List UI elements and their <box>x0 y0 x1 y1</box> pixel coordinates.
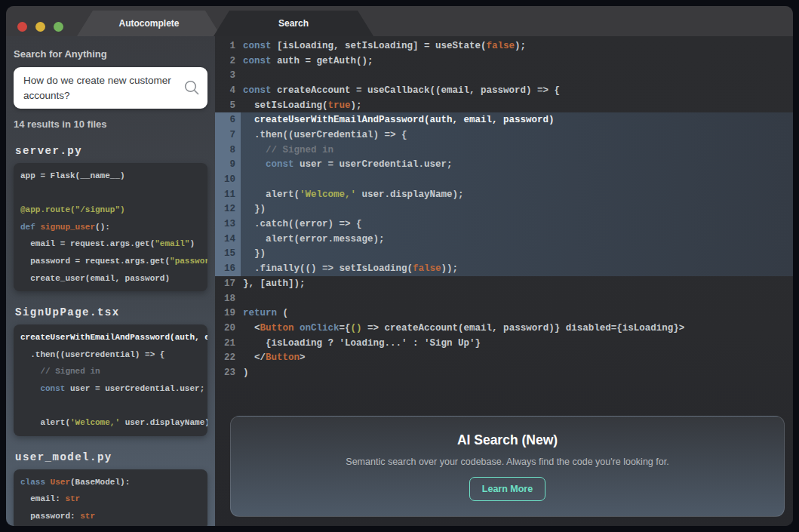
zoom-window-button[interactable] <box>54 22 63 32</box>
line-number: 8 <box>215 143 241 158</box>
code-text: const auth = getAuth(); <box>241 56 373 66</box>
code-line[interactable]: 16 .finally(() => setIsLoading(false)); <box>215 261 793 276</box>
code-line[interactable]: 12 }) <box>215 202 793 217</box>
minimize-window-button[interactable] <box>35 22 45 32</box>
code-token <box>20 384 40 393</box>
line-number: 2 <box>215 54 241 69</box>
code-token: 'Welcome,' <box>70 418 120 427</box>
code-token: ={ <box>340 323 351 334</box>
line-number: 21 <box>215 336 241 351</box>
code-token: .finally(() => setIsLoading( <box>243 263 413 274</box>
code-line[interactable]: 19return ( <box>215 306 793 321</box>
code-token: ); <box>351 100 362 111</box>
code-snippet-card[interactable]: app = Flask(__name__)@app.route("/signup… <box>14 163 207 291</box>
snippet-line: def signup_user(): <box>20 219 207 236</box>
code-token: // Signed in <box>20 367 100 376</box>
code-line[interactable]: 10 <box>215 172 793 187</box>
close-window-button[interactable] <box>17 22 27 32</box>
code-snippet-card[interactable]: class User(BaseModel): email: str passwo… <box>14 469 207 526</box>
line-number: 13 <box>215 217 241 232</box>
snippet-line: @app.route("/signup") <box>20 201 207 219</box>
code-text: <Button onClick={() => createAccount(ema… <box>241 323 684 334</box>
code-token: const <box>243 56 272 66</box>
code-token: createUserWithEmailAndPassword(auth, ema… <box>20 333 207 342</box>
code-text: }) <box>241 204 266 214</box>
code-line[interactable]: 3 <box>215 68 793 83</box>
snippet-line: email = request.args.get("email") <box>20 235 207 253</box>
tab-autocomplete-label: Autocomplete <box>118 18 179 29</box>
code-text: const user = userCredential.user; <box>241 159 453 170</box>
code-lines: 1const [isLoading, setIsLoading] = useSt… <box>215 36 793 380</box>
code-line[interactable]: 23) <box>215 365 793 380</box>
code-token: < <box>243 323 260 334</box>
code-text: // Signed in <box>241 145 333 155</box>
code-line[interactable]: 8 // Signed in <box>215 143 793 158</box>
code-token: }, [auth]); <box>243 278 306 289</box>
code-token: .catch((error) => { <box>243 219 362 229</box>
line-number: 22 <box>215 350 241 365</box>
code-line[interactable]: 4const createAccount = useCallback((emai… <box>215 83 793 98</box>
line-number: 17 <box>215 276 241 291</box>
code-line[interactable]: 11 alert('Welcome,' user.displayName); <box>215 187 793 202</box>
code-text: {isLoading ? 'Loading...' : 'Sign Up'} <box>241 338 481 349</box>
code-token: user = userCredential.user; <box>294 159 453 170</box>
snippet-line: password = request.args.get("password") <box>20 253 207 270</box>
code-token: alert( <box>243 189 300 200</box>
snippet-line: class User(BaseModel): <box>20 474 207 491</box>
code-text: }) <box>241 248 266 259</box>
code-token: )); <box>441 263 459 274</box>
line-number: 9 <box>215 158 241 173</box>
line-number: 14 <box>215 232 241 247</box>
code-line[interactable]: 6 createUserWithEmailAndPassword(auth, e… <box>215 112 793 128</box>
code-line[interactable]: 14 alert(error.message); <box>215 232 793 247</box>
code-token: Button <box>260 323 294 334</box>
learn-more-button[interactable]: Learn More <box>469 477 545 501</box>
code-token: const <box>243 41 272 51</box>
file-name[interactable]: user_model.py <box>15 451 207 463</box>
file-name[interactable]: SignUpPage.tsx <box>15 306 207 318</box>
code-line[interactable]: 1const [isLoading, setIsLoading] = useSt… <box>215 38 793 54</box>
code-line[interactable]: 13 .catch((error) => { <box>215 217 793 232</box>
code-token: [isLoading, setIsLoading] = useState( <box>272 41 487 51</box>
tab-autocomplete[interactable]: Autocomplete <box>77 11 221 36</box>
snippet-line: app = Flask(__name__) <box>20 168 207 185</box>
code-line[interactable]: 7 .then((userCredential) => { <box>215 128 793 143</box>
file-name[interactable]: server.py <box>15 145 207 157</box>
line-number: 7 <box>215 128 241 143</box>
code-text: return ( <box>241 308 288 318</box>
code-token: ( <box>277 308 288 318</box>
code-line[interactable]: 17}, [auth]); <box>215 276 793 291</box>
snippet-line: alert('Welcome,' user.displayName); <box>20 414 207 432</box>
code-token: User <box>51 478 70 487</box>
code-line[interactable]: 22 </Button> <box>215 350 793 365</box>
code-line[interactable]: 15 }) <box>215 247 793 262</box>
app-window: Autocomplete Search Search for Anything … <box>6 6 793 526</box>
line-number: 20 <box>215 321 241 336</box>
code-line[interactable]: 20 <Button onClick={() => createAccount(… <box>215 321 793 336</box>
search-input[interactable]: How do we create new customer accounts? <box>14 67 207 109</box>
code-line[interactable]: 5 setIsLoading(true); <box>215 98 793 113</box>
code-token: const <box>243 85 272 96</box>
code-line[interactable]: 21 {isLoading ? 'Loading...' : 'Sign Up'… <box>215 336 793 351</box>
code-token: class <box>20 478 51 487</box>
code-line[interactable]: 9 const user = userCredential.user; <box>215 158 793 173</box>
code-token: user.displayName); <box>120 418 207 427</box>
line-number: 1 <box>215 38 241 54</box>
tab-search[interactable]: Search <box>214 11 373 36</box>
code-token: > <box>300 352 306 363</box>
code-text: .then((userCredential) => { <box>241 130 407 140</box>
code-token: true <box>328 100 351 111</box>
tab-search-label: Search <box>278 18 309 29</box>
snippet-line: createUserWithEmailAndPassword(auth, ema… <box>20 329 207 346</box>
code-editor: 1const [isLoading, setIsLoading] = useSt… <box>215 36 793 526</box>
code-token: const <box>266 159 294 170</box>
code-line[interactable]: 2const auth = getAuth(); <box>215 54 793 69</box>
code-snippet-card[interactable]: createUserWithEmailAndPassword(auth, ema… <box>14 324 207 436</box>
code-line[interactable]: 18 <box>215 291 793 306</box>
line-number: 12 <box>215 202 241 217</box>
line-number: 4 <box>215 83 241 98</box>
code-text: }, [auth]); <box>241 278 306 289</box>
code-text: </Button> <box>241 352 306 363</box>
code-token: ); <box>515 41 526 51</box>
line-number: 11 <box>215 187 241 202</box>
